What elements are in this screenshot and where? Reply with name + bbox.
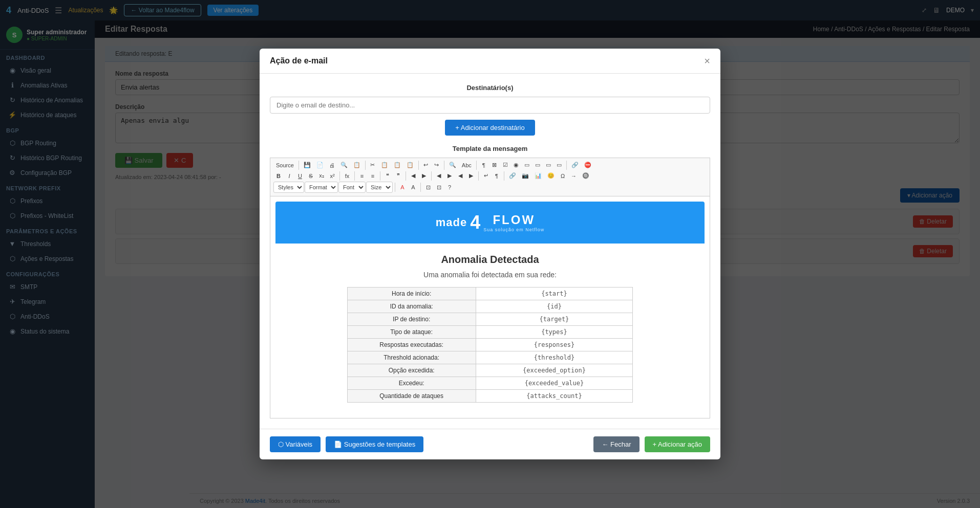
toolbar-source-btn[interactable]: Source — [273, 161, 296, 170]
variables-button[interactable]: ⬡ Variáveis — [270, 436, 321, 452]
toolbar-row-1: Source 💾 📄 🖨 🔍 📋 ✂ 📋 📋 📋 ↩ ↪ — [273, 160, 707, 170]
toolbar-bold-btn[interactable]: B — [273, 171, 284, 181]
toolbar-copy-btn[interactable]: 📋 — [378, 160, 391, 170]
toolbar-bidi-btn[interactable]: ↵ — [481, 171, 491, 181]
footer-left-buttons: ⬡ Variáveis 📄 Sugestões de templates — [270, 436, 423, 452]
modal-add-action-button[interactable]: + Adicionar ação — [645, 436, 710, 452]
row-label: Respostas executadas: — [347, 339, 476, 351]
toolbar-table-btn[interactable]: 📊 — [532, 171, 544, 181]
banner-content: made 4 FLOW Sua solução em Netflow — [286, 212, 694, 233]
toolbar-link2-btn[interactable]: 🔗 — [506, 171, 519, 181]
toolbar-sep5 — [476, 161, 477, 170]
toolbar-rect3-btn[interactable]: ▭ — [543, 160, 553, 170]
toolbar-check-btn[interactable]: ☑ — [500, 160, 510, 170]
table-row: ID da anomalia:{id} — [347, 300, 633, 313]
row-label: Excedeu: — [347, 377, 476, 390]
toolbar-alignjustify-btn[interactable]: ▶ — [466, 171, 476, 181]
toolbar-spell-btn[interactable]: Abc — [459, 161, 474, 170]
email-banner: made 4 FLOW Sua solução em Netflow — [275, 202, 705, 244]
toolbar-ul-btn[interactable]: ≡ — [368, 171, 378, 181]
toolbar-undo-btn[interactable]: ↩ — [421, 160, 431, 170]
toolbar-redo-btn[interactable]: ↪ — [432, 160, 442, 170]
banner-flow-text: FLOW — [483, 213, 544, 227]
toolbar-link-btn[interactable]: 🔗 — [569, 160, 581, 170]
banner-four: 4 — [470, 212, 480, 233]
toolbar-sep6 — [566, 161, 567, 170]
email-body: Anomalia Detectada Uma anomalia foi dete… — [275, 244, 705, 413]
toolbar-indent-btn[interactable]: ◀ — [408, 171, 418, 181]
footer-right-buttons: ← Fechar + Adicionar ação — [593, 436, 710, 452]
toolbar-bgcolor-btn[interactable]: A — [408, 183, 418, 192]
toolbar-removeformat-btn[interactable]: fx — [342, 171, 352, 181]
toolbar-unlink-btn[interactable]: ⛔ — [582, 160, 594, 170]
toolbar-para-btn[interactable]: ¶ — [479, 161, 489, 170]
toolbar-new-btn[interactable]: 📄 — [314, 160, 326, 170]
toolbar-paste2-btn[interactable]: 📋 — [404, 160, 416, 170]
toolbar-img-btn[interactable]: 📷 — [519, 171, 531, 181]
toolbar-block-btn[interactable]: ⊠ — [489, 160, 500, 170]
row-value: {exceeded_value} — [476, 377, 633, 390]
modal-title: Ação de e-mail — [270, 56, 328, 65]
modal-body: Destinatário(s) + Adicionar destinatário… — [260, 74, 720, 429]
email-subtitle: Uma anomalia foi detectada em sua rede: — [286, 271, 694, 279]
row-label: Threshold acionada: — [347, 351, 476, 364]
templates-button[interactable]: 📄 Sugestões de templates — [326, 436, 423, 452]
toolbar-sep9 — [380, 171, 380, 181]
toolbar-save-btn[interactable]: 💾 — [301, 160, 313, 170]
editor-toolbar: Source 💾 📄 🖨 🔍 📋 ✂ 📋 📋 📋 ↩ ↪ — [270, 158, 710, 196]
toolbar-ol-btn[interactable]: ≡ — [357, 171, 367, 181]
modal-header: Ação de e-mail × — [260, 49, 720, 74]
toolbar-row-3: Styles Format Font Size A A ⊡ — [273, 182, 707, 193]
toolbar-maximize-btn[interactable]: ⊡ — [423, 183, 433, 192]
toolbar-rect4-btn[interactable]: ▭ — [554, 160, 564, 170]
toolbar-rect-btn[interactable]: ▭ — [522, 160, 532, 170]
email-input[interactable] — [270, 97, 710, 114]
toolbar-sub-btn[interactable]: x₂ — [316, 171, 327, 181]
toolbar-clip-btn[interactable]: 📋 — [351, 160, 363, 170]
toolbar-showblocks-btn[interactable]: ⊡ — [434, 183, 444, 192]
close-button[interactable]: ← Fechar — [593, 436, 639, 452]
modal-overlay[interactable]: Ação de e-mail × Destinatário(s) + Adici… — [0, 0, 980, 508]
toolbar-fontcolor-btn[interactable]: A — [397, 183, 408, 192]
row-label: Tipo de ataque: — [347, 326, 476, 339]
toolbar-sep7 — [339, 171, 340, 181]
toolbar-radio-btn[interactable]: ◉ — [511, 160, 521, 170]
toolbar-underline-btn[interactable]: U — [295, 171, 305, 181]
toolbar-sep14 — [395, 183, 395, 192]
toolbar-print-btn[interactable]: 🖨 — [327, 161, 337, 170]
toolbar-blockquote2-btn[interactable]: ❞ — [393, 171, 403, 181]
toolbar-emoji-btn[interactable]: 😊 — [545, 171, 557, 181]
add-recipient-button[interactable]: + Adicionar destinatário — [445, 120, 535, 136]
toolbar-alignleft-btn[interactable]: ◀ — [434, 171, 444, 181]
toolbar-bidi2-btn[interactable]: ¶ — [492, 171, 502, 181]
font-select[interactable]: Font — [338, 182, 366, 193]
toolbar-pagebreak-btn[interactable]: → — [568, 171, 579, 181]
row-value: {threshold} — [476, 351, 633, 364]
editor-area[interactable]: made 4 FLOW Sua solução em Netflow Anoma… — [270, 196, 710, 418]
toolbar-special-btn[interactable]: Ω — [558, 171, 568, 181]
toolbar-alignright-btn[interactable]: ◀ — [455, 171, 465, 181]
email-title: Anomalia Detectada — [286, 254, 694, 266]
format-select[interactable]: Format — [305, 182, 338, 193]
toolbar-aligncenter-btn[interactable]: ▶ — [444, 171, 455, 181]
toolbar-rect2-btn[interactable]: ▭ — [532, 160, 543, 170]
size-select[interactable]: Size — [366, 182, 393, 193]
toolbar-cut-btn[interactable]: ✂ — [368, 160, 378, 170]
toolbar-iframe-btn[interactable]: 🔘 — [580, 171, 592, 181]
toolbar-strike-btn[interactable]: S — [306, 171, 316, 181]
table-row: Hora de início:{start} — [347, 288, 633, 300]
row-value: {exceeded_option} — [476, 364, 633, 377]
toolbar-outdent-btn[interactable]: ▶ — [419, 171, 429, 181]
email-template-content: made 4 FLOW Sua solução em Netflow Anoma… — [275, 202, 705, 413]
modal-close-button[interactable]: × — [704, 56, 710, 66]
toolbar-italic-btn[interactable]: I — [284, 171, 294, 181]
styles-select[interactable]: Styles — [273, 182, 304, 193]
toolbar-sup-btn[interactable]: x² — [327, 171, 337, 181]
toolbar-find-btn[interactable]: 🔍 — [446, 160, 459, 170]
toolbar-sep — [299, 161, 299, 170]
toolbar-preview-btn[interactable]: 🔍 — [338, 160, 350, 170]
toolbar-blockquote-btn[interactable]: ❝ — [382, 171, 393, 181]
toolbar-paste-btn[interactable]: 📋 — [391, 160, 403, 170]
table-row: Excedeu:{exceeded_value} — [347, 377, 633, 390]
toolbar-help-btn[interactable]: ? — [444, 183, 455, 192]
